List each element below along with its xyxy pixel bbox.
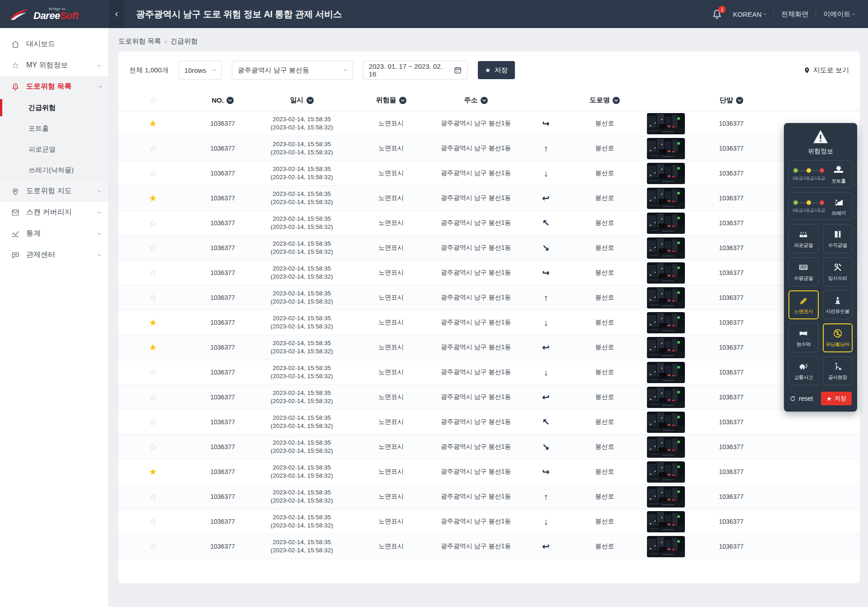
favorite-star[interactable]: ☆ — [118, 168, 188, 179]
column-header-road[interactable]: 도로명 — [576, 96, 633, 104]
column-header-datetime[interactable]: 일시 — [258, 96, 346, 104]
favorite-star[interactable]: ☆ — [118, 417, 188, 427]
thumbnail-image[interactable] — [647, 113, 685, 134]
table-row[interactable]: ★ 1036377 2023-02-14, 15:58:35 (2023-02-… — [118, 186, 860, 211]
panel-item-fatigue-crack[interactable]: 피로균열 — [788, 224, 819, 253]
sort-icon[interactable] — [613, 97, 620, 104]
panel-item-traffic-accident[interactable]: 교통사고 — [788, 356, 819, 385]
thumbnail-image[interactable] — [647, 337, 685, 358]
panel-save-button[interactable]: ★ 저장 — [821, 392, 852, 405]
sidebar-item-trash[interactable]: 쓰레기(낙하물) — [0, 160, 108, 180]
table-row[interactable]: ☆ 1036377 2023-02-14, 15:58:35 (2023-02-… — [118, 435, 860, 460]
thumbnail-image[interactable] — [647, 188, 685, 209]
sidebar-item-scan-coverage[interactable]: 스캔 커버리지 › — [0, 202, 108, 223]
sidebar-item-my-hazards[interactable]: ☆ MY 위험정보 › — [0, 55, 108, 76]
thumbnail-image[interactable] — [647, 287, 685, 308]
table-row[interactable]: ☆ 1036377 2023-02-14, 15:58:35 (2023-02-… — [118, 211, 860, 236]
thumbnail-image[interactable] — [647, 138, 685, 159]
table-row[interactable]: ☆ 1036377 2023-02-14, 15:58:35 (2023-02-… — [118, 534, 860, 559]
table-row[interactable]: ☆ 1036377 2023-02-14, 15:58:35 (2023-02-… — [118, 484, 860, 509]
account-menu[interactable]: 이에이트› — [823, 10, 855, 19]
table-row[interactable]: ★ 1036377 2023-02-14, 15:58:35 (2023-02-… — [118, 335, 860, 360]
table-row[interactable]: ☆ 1036377 2023-02-14, 15:58:35 (2023-02-… — [118, 360, 860, 385]
table-row[interactable]: ☆ 1036377 2023-02-14, 15:58:35 (2023-02-… — [118, 136, 860, 161]
favorite-star[interactable]: ☆ — [118, 292, 188, 303]
sidebar-item-hazard-list[interactable]: 도로위험 목록 › — [0, 76, 108, 97]
sidebar-item-fatigue-crack[interactable]: 피로균열 — [0, 139, 108, 160]
panel-item-temporary-repair[interactable]: 임시수리 — [823, 257, 853, 286]
sidebar-collapse-button[interactable]: ‹ — [109, 0, 124, 28]
language-select[interactable]: KOREAN› — [733, 10, 766, 18]
column-header-hazard[interactable]: 위험물 — [346, 96, 436, 104]
favorite-star[interactable]: ☆ — [118, 143, 188, 154]
save-filter-button[interactable]: ★ 저장 — [478, 61, 515, 79]
fullscreen-button[interactable]: 전체화면 — [781, 10, 808, 19]
table-row[interactable]: ☆ 1036377 2023-02-14, 15:58:35 (2023-02-… — [118, 161, 860, 186]
sort-icon[interactable] — [481, 97, 488, 104]
favorite-star[interactable]: ★ — [118, 193, 188, 204]
thumbnail-image[interactable] — [647, 412, 685, 433]
column-header-device[interactable]: 단말 — [698, 96, 764, 104]
column-header-no[interactable]: NO. — [188, 96, 258, 104]
sidebar-item-pothole[interactable]: 포트홀 — [0, 118, 108, 139]
favorite-star[interactable]: ☆ — [118, 218, 188, 228]
table-row[interactable]: ☆ 1036377 2023-02-14, 15:58:35 (2023-02-… — [118, 385, 860, 410]
table-row[interactable]: ★ 1036377 2023-02-14, 15:58:35 (2023-02-… — [118, 310, 860, 335]
sort-icon[interactable] — [736, 97, 743, 104]
favorite-star[interactable]: ★ — [118, 317, 188, 328]
thumbnail-image[interactable] — [647, 163, 685, 184]
table-row[interactable]: ☆ 1036377 2023-02-14, 15:58:35 (2023-02-… — [118, 509, 860, 534]
panel-item-construction-site[interactable]: 공사현장 — [823, 356, 853, 385]
panel-item-road-marking[interactable]: 노면표시 — [788, 290, 819, 319]
favorite-star[interactable]: ☆ — [118, 491, 188, 502]
panel-item-trash[interactable]: 3등급2등급1등급 쓰레기 — [788, 192, 853, 220]
table-row[interactable]: ★ 1036377 2023-02-14, 15:58:35 (2023-02-… — [118, 111, 860, 136]
panel-item-vertical-crack[interactable]: 수직균열 — [823, 224, 853, 253]
favorite-star[interactable]: ★ — [118, 118, 188, 129]
thumbnail-image[interactable] — [647, 362, 685, 383]
table-row[interactable]: ☆ 1036377 2023-02-14, 15:58:35 (2023-02-… — [118, 261, 860, 285]
date-range-input[interactable]: 2023. 01. 17 ~ 2023. 02. 16 — [363, 61, 468, 80]
sidebar-item-control-center[interactable]: 관제센터 › — [0, 244, 108, 266]
column-header-address[interactable]: 주소 — [436, 96, 515, 104]
sort-icon[interactable] — [399, 97, 406, 104]
sidebar-item-urgent-hazard[interactable]: 긴급위험 — [0, 97, 108, 118]
favorite-star[interactable]: ☆ — [118, 516, 188, 527]
thumbnail-image[interactable] — [647, 436, 685, 458]
table-row[interactable]: ☆ 1036377 2023-02-14, 15:58:35 (2023-02-… — [118, 236, 860, 261]
sort-icon[interactable] — [307, 97, 314, 104]
thumbnail-image[interactable] — [647, 536, 685, 557]
notification-bell-icon[interactable]: 1 — [711, 8, 723, 20]
panel-item-delineator[interactable]: 시선유도봉 — [823, 290, 853, 319]
favorite-star[interactable]: ☆ — [118, 541, 188, 552]
thumbnail-image[interactable] — [647, 312, 685, 333]
breadcrumb-parent[interactable]: 도로위험 목록 — [118, 37, 161, 46]
rows-per-page-select[interactable]: 10rows › — [179, 61, 222, 80]
sidebar-item-hazard-map[interactable]: 도로위험 지도 › — [0, 180, 108, 202]
table-row[interactable]: ★ 1036377 2023-02-14, 15:58:35 (2023-02-… — [118, 460, 860, 484]
favorite-star[interactable]: ☆ — [118, 392, 188, 403]
sidebar-item-dashboard[interactable]: 대시보드 — [0, 33, 108, 55]
table-row[interactable]: ☆ 1036377 2023-02-14, 15:58:35 (2023-02-… — [118, 285, 860, 310]
favorite-star[interactable]: ★ — [118, 342, 188, 353]
view-on-map-link[interactable]: 지도로 보기 — [803, 66, 849, 75]
table-row[interactable]: ☆ 1036377 2023-02-14, 15:58:35 (2023-02-… — [118, 410, 860, 435]
panel-item-horizontal-crack[interactable]: 수평균열 — [788, 257, 819, 286]
thumbnail-image[interactable] — [647, 213, 685, 234]
thumbnail-image[interactable] — [647, 237, 685, 259]
logo[interactable]: Bridge to... DareeSoft — [0, 0, 109, 28]
favorite-star[interactable]: ★ — [118, 466, 188, 477]
sort-icon[interactable] — [226, 97, 234, 104]
thumbnail-image[interactable] — [647, 262, 685, 284]
thumbnail-image[interactable] — [647, 486, 685, 507]
favorite-star[interactable]: ☆ — [118, 441, 188, 452]
panel-item-jaywalker[interactable]: 무단횡단자 — [823, 323, 853, 352]
favorite-star[interactable]: ☆ — [118, 367, 188, 378]
region-select[interactable]: 광주광역시 남구 봉선동 › — [232, 61, 353, 80]
thumbnail-image[interactable] — [647, 387, 685, 408]
panel-item-pothole[interactable]: 3등급2등급1등급 포트홀 — [788, 160, 853, 188]
favorite-star[interactable]: ☆ — [118, 242, 188, 253]
thumbnail-image[interactable] — [647, 461, 685, 483]
thumbnail-image[interactable] — [647, 511, 685, 532]
reset-button[interactable]: reset — [789, 395, 813, 402]
